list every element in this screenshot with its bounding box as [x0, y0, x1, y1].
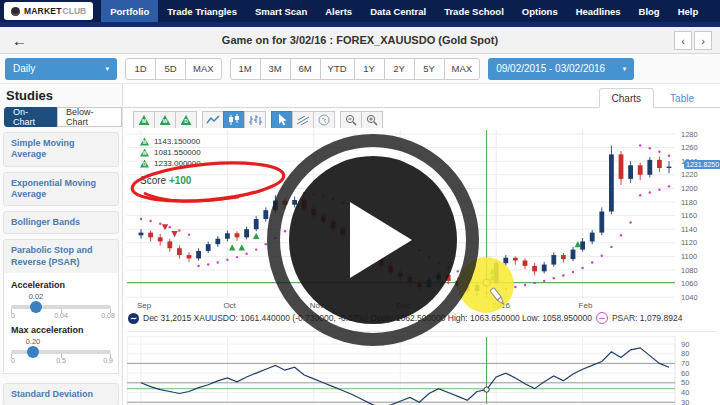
zoom-out-button[interactable] — [340, 111, 362, 129]
svg-text:1100: 1100 — [681, 252, 697, 261]
svg-text:30: 30 — [681, 398, 689, 405]
trade-triangle-icon: D — [140, 160, 149, 168]
tab-below-chart[interactable]: Below-Chart — [57, 107, 122, 127]
tab-charts[interactable]: Charts — [599, 88, 654, 108]
trade-triangle-icon: W — [140, 149, 149, 157]
ohlc-chart-type-button[interactable] — [244, 111, 266, 129]
study-item-psar[interactable]: Parabolic Stop and Reverse (PSAR) — [3, 239, 119, 273]
top-navbar: MARKET CLUB Portfolio Trade Triangles Sm… — [0, 0, 720, 22]
prev-symbol-button[interactable]: ‹ — [674, 31, 692, 50]
range-button-6m[interactable]: 6M — [290, 58, 321, 80]
range-button-3m[interactable]: 3M — [260, 58, 291, 80]
marketclub-logo[interactable]: MARKET CLUB — [4, 2, 93, 20]
study-item-ema[interactable]: Exponential Moving Average — [3, 172, 119, 207]
trade-triangle-icon: M — [139, 115, 150, 125]
svg-text:80: 80 — [681, 349, 689, 358]
trade-triangle-icon: D — [181, 115, 192, 125]
tab-on-chart[interactable]: On-Chart — [4, 107, 57, 127]
svg-text:1060: 1060 — [681, 279, 698, 288]
monthly-triangle-button[interactable]: M — [133, 111, 155, 129]
range-button-ytd[interactable]: YTD — [320, 58, 355, 80]
interval-dropdown[interactable]: Daily ▾ — [5, 58, 117, 80]
svg-text:1080: 1080 — [681, 266, 698, 275]
svg-text:70: 70 — [681, 359, 689, 368]
line-chart-type-button[interactable] — [202, 111, 224, 129]
svg-text:1180: 1180 — [681, 198, 697, 207]
psar-series-icon: ∼ — [596, 312, 608, 324]
logo-text-market: MARKET — [24, 6, 62, 16]
nav-item-help[interactable]: Help — [669, 0, 708, 22]
oscillator-chart[interactable]: 90807060504030 — [127, 336, 717, 405]
cursor-tool-button[interactable] — [271, 111, 293, 129]
svg-text:1260: 1260 — [681, 143, 698, 152]
nav-item-headlines[interactable]: Headlines — [567, 0, 630, 22]
svg-text:90: 90 — [681, 340, 689, 349]
slider-value: 0.02 — [29, 292, 44, 301]
triangle-value-monthly: 1143.150000 — [154, 137, 200, 146]
range-button-1y[interactable]: 1Y — [354, 58, 385, 80]
candlestick-chart-icon — [227, 114, 241, 126]
title-bar: ← Game on for 3/02/16 : FOREX_XAUUSDO (G… — [0, 27, 720, 54]
nav-item-trade-school[interactable]: Trade School — [435, 0, 513, 22]
chevron-down-icon: ▾ — [615, 65, 627, 73]
marketclub-app: MARKET CLUB Portfolio Trade Triangles Sm… — [0, 0, 720, 405]
range-button-max1[interactable]: MAX — [185, 58, 222, 80]
nav-item-portfolio[interactable]: Portfolio — [101, 0, 158, 22]
next-symbol-button[interactable]: › — [694, 31, 712, 50]
candlestick-chart-type-button[interactable] — [223, 111, 245, 129]
svg-text:1140: 1140 — [681, 225, 697, 234]
last-price-badge: 1231.8250 — [684, 160, 720, 169]
acceleration-slider[interactable]: 0.02 0 0.04 0.08 — [11, 292, 111, 322]
nav-item-alerts[interactable]: Alerts — [316, 0, 361, 22]
nav-item-options[interactable]: Options — [513, 0, 567, 22]
triangle-value-weekly: 1081.550000 — [154, 148, 201, 157]
nav-item-trade-triangles[interactable]: Trade Triangles — [158, 0, 246, 22]
studies-heading: Studies — [6, 88, 122, 103]
zoom-in-button[interactable] — [361, 111, 383, 129]
weekly-triangle-button[interactable]: W — [154, 111, 176, 129]
studies-sidebar: Studies On-Chart Below-Chart Simple Movi… — [0, 84, 123, 405]
svg-text:60: 60 — [681, 369, 689, 378]
price-series-icon: ∼ — [128, 313, 139, 324]
range-button-max2[interactable]: MAX — [444, 58, 481, 80]
trade-triangle-icon: W — [160, 115, 171, 125]
range-button-1d[interactable]: 1D — [125, 58, 156, 80]
svg-text:1160: 1160 — [681, 211, 697, 220]
slider-handle[interactable] — [30, 301, 42, 313]
nav-item-blog[interactable]: Blog — [630, 0, 669, 22]
play-button-disc — [289, 156, 457, 324]
range-button-5y[interactable]: 5Y — [414, 58, 445, 80]
x-axis-label: Feb — [579, 301, 593, 310]
max-acceleration-slider[interactable]: 0.20 0 0.5 0.9 — [11, 337, 111, 367]
score-label: Score — [140, 175, 166, 186]
acceleration-label: Acceleration — [11, 280, 111, 290]
study-item-std-dev[interactable]: Standard Deviation — [3, 383, 119, 405]
tab-table[interactable]: Table — [658, 88, 706, 108]
svg-text:1120: 1120 — [681, 238, 697, 247]
globe-icon — [11, 7, 20, 16]
range-toolbar: Daily ▾ 1D 5D MAX 1M 3M 6M YTD 1Y 2Y 5Y … — [0, 54, 720, 84]
video-play-button[interactable] — [267, 134, 479, 346]
study-item-sma[interactable]: Simple Moving Average — [3, 132, 119, 167]
range-button-5d[interactable]: 5D — [155, 58, 186, 80]
range-button-2y[interactable]: 2Y — [384, 58, 415, 80]
date-range-dropdown[interactable]: 09/02/2015 - 03/02/2016 ▾ — [488, 58, 634, 80]
chart-toolbar: M W D — [134, 111, 389, 129]
slider-handle[interactable] — [27, 346, 39, 358]
nav-item-data-central[interactable]: Data Central — [361, 0, 435, 22]
slider-value: 0.20 — [26, 337, 41, 346]
gauge-icon — [317, 114, 331, 126]
score-value: +100 — [169, 175, 192, 186]
nav-item-smart-scan[interactable]: Smart Scan — [246, 0, 316, 22]
daily-triangle-button[interactable]: D — [175, 111, 197, 129]
max-acceleration-label: Max acceleration — [11, 325, 111, 335]
svg-text:1220: 1220 — [681, 170, 698, 179]
svg-text:1200: 1200 — [681, 184, 698, 193]
range-group-long: 1M 3M 6M YTD 1Y 2Y 5Y MAX — [230, 58, 481, 80]
study-item-bollinger[interactable]: Bollinger Bands — [3, 211, 119, 234]
trendline-icon — [296, 114, 310, 126]
range-button-1m[interactable]: 1M — [230, 58, 261, 80]
gauge-tool-button[interactable] — [313, 111, 335, 129]
play-icon — [350, 202, 412, 278]
trendline-tool-button[interactable] — [292, 111, 314, 129]
